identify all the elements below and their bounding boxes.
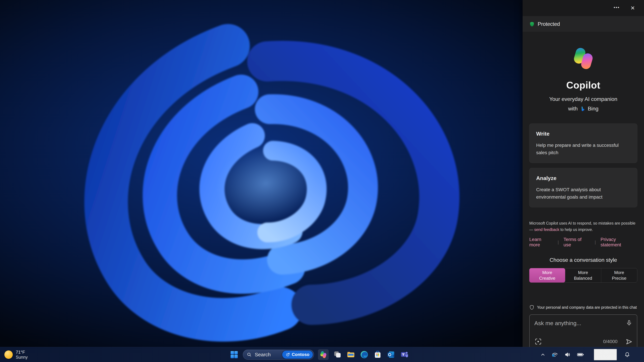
card-body: Create a SWOT analysis about environment… <box>536 186 630 201</box>
segment-line2: Creative <box>539 276 556 281</box>
file-explorer-button[interactable] <box>346 349 356 361</box>
shield-outline-icon <box>529 305 534 310</box>
contoso-badge[interactable]: Contoso <box>282 351 313 359</box>
character-counter: 0/4000 <box>603 339 618 344</box>
segment-line1: More <box>542 270 552 275</box>
clock-widget[interactable]: 2:30 PM 11/15/2023 <box>594 349 617 360</box>
copilot-panel: ••• ✕ Protected Copilot Your everyday AI… <box>522 0 644 347</box>
search-box[interactable]: Search Contoso <box>243 350 314 360</box>
microphone-icon[interactable] <box>625 319 633 327</box>
teams-button[interactable] <box>400 349 409 361</box>
learn-more-link[interactable]: Learn more <box>529 237 553 248</box>
wifi-vpn-icon[interactable] <box>551 351 559 358</box>
panel-titlebar: ••• ✕ <box>522 0 644 16</box>
segment-line2: Precise <box>612 276 626 281</box>
ai-disclaimer: Microsoft Copilot uses AI to respond, so… <box>529 220 637 233</box>
teams-icon <box>400 351 409 359</box>
task-view-icon <box>334 351 342 359</box>
file-explorer-icon <box>347 351 355 359</box>
copilot-brand: Copilot Your everyday AI companion with … <box>529 32 637 112</box>
microsoft-store-button[interactable] <box>373 349 382 361</box>
edge-icon <box>360 351 368 359</box>
privacy-statement-link[interactable]: Privacy statement <box>600 237 637 248</box>
copilot-taskbar-icon <box>320 351 327 359</box>
copilot-subtitle: Your everyday AI companion <box>529 96 637 102</box>
protected-label: Protected <box>538 21 560 27</box>
card-title: Write <box>536 131 630 137</box>
conversation-style-heading: Choose a conversation style <box>529 257 637 263</box>
outlook-icon <box>387 351 395 359</box>
sun-icon <box>4 351 13 359</box>
microsoft-store-icon <box>374 351 382 359</box>
outlook-button[interactable] <box>386 349 396 361</box>
copilot-title: Copilot <box>529 79 637 91</box>
with-label: with <box>568 106 578 112</box>
edge-button[interactable] <box>360 349 369 361</box>
style-more-balanced[interactable]: More Balanced <box>565 268 601 282</box>
taskbar-copilot-button[interactable] <box>318 349 329 360</box>
shield-protected-icon <box>529 21 535 27</box>
chat-input[interactable] <box>534 319 622 328</box>
bing-label: Bing <box>588 106 598 112</box>
disclaimer-suffix: to help us improve. <box>559 227 593 232</box>
search-placeholder: Search <box>255 352 282 358</box>
weather-widget[interactable]: 71°F Sunny <box>4 347 28 362</box>
segment-line1: More <box>614 270 624 275</box>
windows-logo-icon <box>230 351 238 359</box>
send-feedback-link[interactable]: send feedback <box>534 227 559 232</box>
style-more-precise[interactable]: More Precise <box>601 268 637 282</box>
more-options-icon[interactable]: ••• <box>612 4 621 11</box>
privacy-note-text: Your personal and company data are prote… <box>537 305 637 310</box>
send-icon[interactable] <box>624 337 633 347</box>
close-icon[interactable]: ✕ <box>629 4 636 12</box>
contoso-target-icon <box>286 352 290 357</box>
search-icon <box>247 352 252 357</box>
protected-badge[interactable]: Protected <box>522 16 644 32</box>
footer-links: Learn more | Terms of use | Privacy stat… <box>529 237 637 248</box>
volume-icon[interactable] <box>564 351 572 358</box>
segment-line2: Balanced <box>574 276 592 281</box>
conversation-style-picker: More Creative More Balanced More Precise <box>529 268 637 283</box>
style-more-creative[interactable]: More Creative <box>529 268 565 283</box>
terms-of-use-link[interactable]: Terms of use <box>564 237 590 248</box>
battery-icon[interactable] <box>576 351 585 358</box>
prompt-card-write[interactable]: Write Help me prepare and write a succes… <box>529 123 637 163</box>
notification-bell-icon[interactable] <box>624 351 631 358</box>
task-view-button[interactable] <box>333 349 342 361</box>
tray-date: 11/15/2023 <box>594 355 616 360</box>
tray-time: 2:30 PM <box>594 349 616 355</box>
bing-icon <box>580 106 585 112</box>
weather-condition: Sunny <box>16 355 28 360</box>
chat-composer: 0/4000 <box>529 314 637 351</box>
screenshot-icon[interactable] <box>534 337 542 346</box>
separator: | <box>558 240 559 245</box>
copilot-logo <box>572 46 595 70</box>
segment-line1: More <box>578 270 588 275</box>
card-body: Help me prepare and write a successful s… <box>536 142 630 156</box>
card-title: Analyze <box>536 175 630 181</box>
desktop: ••• ✕ Protected Copilot Your everyday AI… <box>0 0 644 362</box>
prompt-card-analyze[interactable]: Analyze Create a SWOT analysis about env… <box>529 168 637 207</box>
separator: | <box>595 240 596 245</box>
taskbar: 71°F Sunny Search <box>0 347 644 362</box>
data-protection-note: Your personal and company data are prote… <box>529 305 637 310</box>
weather-temp: 71°F <box>16 350 28 355</box>
contoso-label: Contoso <box>292 352 310 357</box>
start-button[interactable] <box>230 349 239 361</box>
tray-chevron-up-icon[interactable] <box>540 351 546 358</box>
